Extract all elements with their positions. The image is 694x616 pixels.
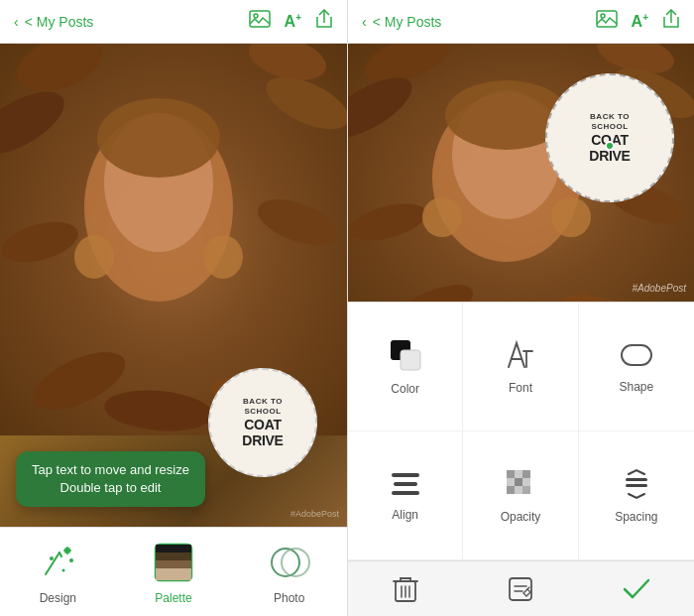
svg-point-21	[69, 558, 73, 562]
right-badge-back-to: BACK TO	[590, 112, 630, 122]
svg-line-17	[46, 553, 59, 574]
right-panel: ‹ < My Posts A+	[347, 0, 694, 616]
svg-rect-53	[392, 473, 419, 477]
right-chevron-icon: ‹	[362, 14, 367, 30]
color-label: Color	[391, 382, 419, 396]
tools-grid: Color Font Shape	[348, 302, 694, 560]
right-back-button[interactable]: ‹ < My Posts	[362, 14, 441, 30]
left-bottom-toolbar: Design Palette	[0, 527, 347, 616]
photo-label: Photo	[274, 591, 304, 605]
spacing-tool[interactable]: Spacing	[579, 431, 694, 560]
photo-tool[interactable]: Photo	[267, 540, 312, 605]
left-bg: BACK TO SCHOOL COAT DRIVE Tap text to mo…	[0, 44, 347, 527]
right-badge[interactable]: BACK TO SCHOOL COAT DRIVE	[545, 73, 674, 202]
svg-point-20	[50, 556, 54, 560]
design-label: Design	[40, 591, 76, 605]
svg-rect-65	[626, 478, 647, 481]
svg-point-5	[97, 98, 220, 178]
spacing-icon	[621, 468, 652, 504]
left-image-area[interactable]: BACK TO SCHOOL COAT DRIVE Tap text to mo…	[0, 44, 347, 527]
svg-rect-61	[522, 478, 530, 486]
action-row	[348, 560, 694, 616]
left-back-button[interactable]: ‹ < My Posts	[14, 14, 93, 30]
svg-rect-55	[392, 491, 419, 495]
palette-tool[interactable]: Palette	[151, 540, 196, 605]
svg-rect-58	[522, 470, 530, 478]
design-tool[interactable]: Design	[35, 540, 80, 605]
svg-rect-34	[597, 11, 617, 27]
align-label: Align	[392, 508, 418, 522]
palette-label: Palette	[155, 591, 191, 605]
left-chevron-icon: ‹	[14, 14, 19, 30]
shape-tool[interactable]: Shape	[579, 303, 694, 431]
svg-rect-59	[507, 478, 515, 486]
right-image-area[interactable]: BACK TO SCHOOL COAT DRIVE #AdobePost	[348, 44, 694, 302]
right-bg: BACK TO SCHOOL COAT DRIVE #AdobePost	[348, 44, 694, 302]
edit-button[interactable]	[499, 567, 542, 611]
photo-icon-wrapper	[267, 540, 312, 585]
svg-rect-29	[156, 553, 191, 560]
confirm-button[interactable]	[615, 567, 658, 611]
right-back-label: < My Posts	[373, 14, 442, 30]
tooltip-line2: Double tap to edit	[32, 479, 189, 497]
align-tool[interactable]: Align	[348, 431, 463, 560]
svg-line-18	[59, 553, 61, 556]
badge-back-to: BACK TO	[243, 397, 283, 407]
opacity-label: Opacity	[501, 510, 541, 524]
tooltip-line1: Tap text to move and resize	[32, 461, 189, 479]
green-dot	[605, 141, 615, 151]
svg-rect-64	[522, 486, 530, 494]
right-image-icon[interactable]	[596, 10, 618, 33]
svg-point-48	[422, 197, 462, 237]
design-icon-wrapper	[35, 540, 80, 585]
right-text-icon[interactable]: A+	[632, 12, 648, 31]
svg-point-49	[551, 197, 591, 237]
svg-rect-31	[156, 568, 191, 580]
spacing-label: Spacing	[615, 510, 657, 524]
color-icon	[389, 338, 422, 376]
delete-button[interactable]	[384, 567, 427, 611]
svg-rect-52	[622, 345, 651, 365]
svg-point-35	[601, 14, 605, 18]
align-icon	[390, 470, 421, 502]
opacity-tool[interactable]: Opacity	[463, 431, 578, 560]
left-watermark: #AdobePost	[290, 509, 339, 519]
shape-label: Shape	[619, 380, 653, 394]
left-back-label: < My Posts	[25, 14, 94, 30]
svg-rect-54	[394, 482, 417, 486]
svg-rect-60	[515, 478, 522, 486]
svg-rect-30	[156, 560, 191, 568]
right-watermark: #AdobePost	[633, 283, 687, 294]
svg-point-16	[203, 235, 243, 279]
left-top-icons: A+	[249, 9, 333, 34]
badge-coat: COAT	[244, 418, 281, 432]
right-top-icons: A+	[596, 9, 680, 34]
font-tool[interactable]: Font	[463, 303, 578, 431]
svg-rect-56	[507, 470, 515, 478]
palette-icon-wrapper	[151, 540, 196, 585]
svg-line-78	[527, 587, 529, 589]
right-top-bar: ‹ < My Posts A+	[348, 0, 694, 44]
svg-point-15	[74, 235, 114, 279]
svg-rect-62	[507, 486, 515, 494]
text-icon[interactable]: A+	[285, 12, 301, 31]
share-icon-left[interactable]	[315, 9, 333, 34]
svg-rect-0	[250, 11, 270, 27]
svg-rect-51	[401, 350, 420, 370]
left-panel: ‹ < My Posts A+	[0, 0, 347, 616]
svg-rect-57	[515, 470, 522, 478]
left-top-bar: ‹ < My Posts A+	[0, 0, 347, 44]
svg-point-22	[62, 568, 65, 571]
color-tool[interactable]: Color	[348, 303, 463, 431]
badge-drive: DRIVE	[242, 432, 283, 448]
svg-rect-63	[515, 486, 522, 494]
svg-rect-66	[626, 484, 647, 487]
left-badge[interactable]: BACK TO SCHOOL COAT DRIVE	[208, 368, 317, 477]
svg-point-1	[254, 14, 258, 18]
font-icon	[505, 339, 536, 375]
right-share-icon[interactable]	[662, 9, 680, 34]
font-label: Font	[509, 381, 532, 395]
opacity-icon	[505, 468, 536, 504]
tooltip: Tap text to move and resize Double tap t…	[16, 451, 205, 507]
image-icon[interactable]	[249, 10, 271, 33]
